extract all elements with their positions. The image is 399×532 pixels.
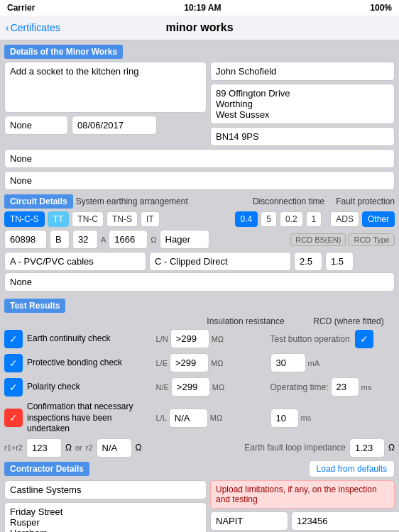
circuit-details-header: Circuit Details <box>4 194 73 209</box>
confirmation-checkbox[interactable]: ✓ <box>4 409 23 427</box>
fault-protection-label: Fault protection <box>336 196 395 206</box>
circuit-fields-row1: A Ω RCD BS(EN) RCD Type <box>0 228 399 250</box>
org-cert-row <box>210 511 395 531</box>
address-field[interactable]: 89 Offington Drive Worthing West Sussex <box>210 84 395 124</box>
circuit-notes-field[interactable] <box>4 272 395 292</box>
ne-unit: MΩ <box>212 383 224 392</box>
ln-value[interactable] <box>170 329 209 348</box>
installation-field[interactable] <box>149 252 291 271</box>
btn-it[interactable]: IT <box>141 211 160 227</box>
earth-continuity-row: ✓ Earth continuity check L/N MΩ Test but… <box>0 328 399 350</box>
earth-fault-value[interactable] <box>349 438 385 458</box>
btn-04[interactable]: 0.4 <box>235 211 258 227</box>
status-bar: Carrier 10:19 AM 100% <box>0 0 399 16</box>
btn-5[interactable]: 5 <box>261 211 277 227</box>
r2-value[interactable] <box>97 438 132 458</box>
minor-works-left: Add a socket to the kitchen ring <box>4 62 207 146</box>
contractor-section: Contractor Details Load from defaults Fr… <box>0 460 399 532</box>
ll-label: L/L <box>156 414 167 422</box>
contractor-details-header: Contractor Details <box>4 462 89 476</box>
btn-02[interactable]: 0.2 <box>280 211 303 227</box>
btn-tn-c[interactable]: TN-C <box>72 211 104 227</box>
btn-tn-c-s[interactable]: TN-C-S <box>4 211 45 227</box>
manufacturer-field[interactable] <box>160 230 209 249</box>
none-field2[interactable] <box>4 149 395 168</box>
nav-bar: ‹ Certificates minor works <box>0 16 399 40</box>
back-button[interactable]: ‹ Certificates <box>6 22 60 33</box>
rcd-ms-value[interactable] <box>270 409 299 428</box>
none-field3[interactable] <box>4 171 395 190</box>
cable-type-field[interactable] <box>4 252 146 271</box>
btn-ads[interactable]: ADS <box>330 211 359 227</box>
description-field[interactable]: Add a socket to the kitchen ring <box>4 62 207 113</box>
rcd-type-tag: RCD Type <box>349 233 395 246</box>
r1r2-unit: Ω <box>65 443 72 453</box>
btn-other[interactable]: Other <box>362 211 395 227</box>
contractor-header-row: Contractor Details Load from defaults <box>0 460 399 477</box>
le-label: L/E <box>156 359 168 367</box>
value2-field[interactable] <box>325 252 354 271</box>
ne-label: N/E <box>156 383 169 392</box>
circuit-notes-row <box>0 272 399 292</box>
test-button-label: Test button operation <box>270 334 350 344</box>
insulation-resistance-header: Insulation resistance <box>189 316 302 326</box>
contractor-left: Friday Street Rusper Horsham West Sussex <box>4 480 207 532</box>
phase-field[interactable] <box>50 230 70 249</box>
load-defaults-button[interactable]: Load from defaults <box>309 460 395 477</box>
protective-bonding-row: ✓ Protective bonding check L/E MΩ mA <box>0 352 399 374</box>
protective-bonding-checkbox[interactable]: ✓ <box>4 354 23 372</box>
field3-row <box>0 171 399 190</box>
resistance-earth-row: r1+r2 Ω or r2 Ω Earth fault loop impedan… <box>0 438 399 458</box>
field1-row <box>4 116 207 135</box>
organization-field[interactable] <box>210 511 288 531</box>
carrier-label: Carrier <box>7 3 35 13</box>
rcd-ma-row: mA <box>270 353 395 372</box>
btn-tt[interactable]: TT <box>48 211 70 227</box>
impedance-field[interactable] <box>109 230 148 249</box>
value1-field[interactable] <box>294 252 322 271</box>
test-button-checkbox[interactable]: ✓ <box>355 330 373 348</box>
contractor-address-field[interactable]: Friday Street Rusper Horsham West Sussex <box>4 502 207 532</box>
polarity-checkbox[interactable]: ✓ <box>4 378 23 397</box>
le-value[interactable] <box>170 353 209 372</box>
earth-continuity-label: Earth continuity check <box>27 333 152 345</box>
company-name-field[interactable] <box>4 480 207 499</box>
none-field1[interactable] <box>4 116 68 135</box>
earth-fault-unit: Ω <box>388 443 395 453</box>
battery-label: 100% <box>370 3 392 13</box>
btn-tn-s[interactable]: TN-S <box>106 211 138 227</box>
r1r2-value[interactable] <box>26 438 62 458</box>
system-earthing-label: System earthing arrangement <box>76 196 188 206</box>
btn-1[interactable]: 1 <box>306 211 322 227</box>
cert-number-field[interactable] <box>291 511 399 531</box>
minor-works-top: Add a socket to the kitchen ring 89 Offi… <box>0 62 399 146</box>
circuit-fields-row2 <box>0 250 399 272</box>
name-field[interactable] <box>210 62 395 81</box>
rcd-ma-unit: mA <box>308 359 320 367</box>
confirmation-row: ✓ Confirmation that necessary inspection… <box>0 400 399 436</box>
earthing-buttons-row: TN-C-S TT TN-C TN-S IT 0.4 5 0.2 1 ADS O… <box>0 210 399 228</box>
or-label: or <box>75 443 82 452</box>
current-field[interactable] <box>72 230 98 249</box>
ln-insul-row: L/N MΩ <box>156 329 266 348</box>
test-results-header: Test Results <box>4 299 65 313</box>
minor-works-header: Details of the Minor Works <box>4 45 123 59</box>
rcd-ma-value[interactable] <box>270 353 306 372</box>
r2-unit: Ω <box>136 443 142 453</box>
protective-bonding-label: Protective bonding check <box>27 358 152 369</box>
contractor-right: Upload limitations, if any, on the inspe… <box>210 480 395 532</box>
r2-label: r2 <box>86 443 93 452</box>
operating-time-value[interactable] <box>331 377 359 397</box>
circuit-number-field[interactable] <box>4 230 47 249</box>
ne-value[interactable] <box>171 377 210 397</box>
ll-insul-row: L/L MΩ <box>156 409 266 428</box>
operating-time-row: Operating time: ms <box>270 377 395 397</box>
date-field[interactable] <box>72 116 157 135</box>
circuit-details-section: Circuit Details System earthing arrangem… <box>0 193 399 292</box>
chevron-left-icon: ‹ <box>6 22 9 33</box>
ll-value[interactable] <box>169 409 208 428</box>
postcode-field[interactable] <box>210 127 395 146</box>
ln-label: L/N <box>156 335 168 343</box>
earth-continuity-checkbox[interactable]: ✓ <box>4 330 23 348</box>
current-unit: A <box>101 235 106 244</box>
